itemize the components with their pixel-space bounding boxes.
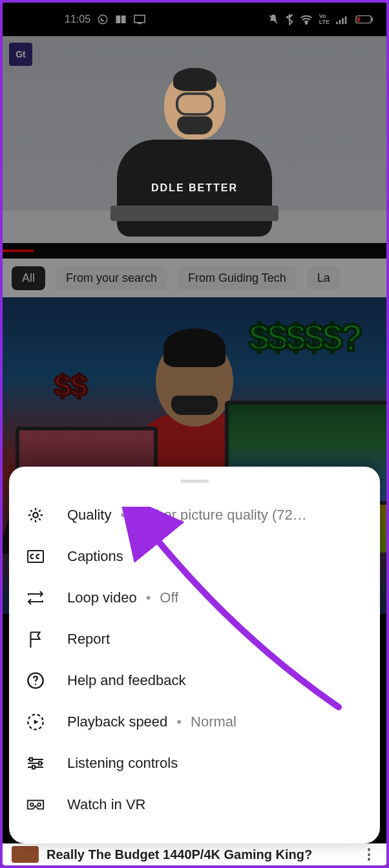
menu-item-report[interactable]: Report — [9, 619, 380, 660]
menu-item-quality[interactable]: Quality • Higher picture quality (72… — [9, 494, 380, 536]
svg-point-19 — [30, 803, 34, 807]
status-bar: 11:05 VoLTE — [3, 3, 386, 36]
menu-label: Loop video — [67, 589, 137, 606]
menu-value: Higher picture quality (72… — [134, 507, 307, 524]
cc-icon — [26, 547, 45, 566]
signal-icon — [336, 14, 349, 25]
svg-point-14 — [35, 684, 36, 685]
gear-icon — [26, 505, 45, 525]
battery-low-icon — [355, 15, 373, 24]
whatsapp-icon — [97, 14, 109, 25]
svg-rect-18 — [32, 766, 35, 769]
progress-bar[interactable] — [3, 243, 386, 259]
price-overlay-big: $$$$$? — [249, 315, 361, 359]
bluetooth-icon — [286, 14, 293, 25]
speed-icon — [26, 712, 45, 732]
loop-icon — [26, 588, 45, 608]
svg-rect-17 — [39, 762, 41, 765]
menu-value: Normal — [191, 714, 237, 730]
chip-more[interactable]: La — [307, 266, 341, 290]
menu-item-watch-in-vr[interactable]: Watch in VR — [9, 784, 380, 825]
menu-item-help[interactable]: Help and feedback — [9, 660, 380, 701]
sheet-drag-handle[interactable] — [180, 480, 209, 483]
book-icon — [115, 14, 127, 25]
svg-point-0 — [98, 15, 107, 24]
svg-rect-16 — [30, 758, 32, 761]
device-frame: 11:05 VoLTE — [3, 3, 386, 865]
volte-icon: VoLTE — [319, 14, 330, 25]
more-options-icon[interactable]: ⋮ — [362, 846, 377, 863]
svg-rect-1 — [134, 16, 145, 23]
menu-item-playback-speed[interactable]: Playback speed • Normal — [9, 701, 380, 743]
next-video-peek[interactable]: Really The Budget 1440P/4K Gaming King? … — [3, 843, 386, 865]
svg-rect-7 — [345, 16, 347, 24]
menu-label: Listening controls — [67, 755, 178, 772]
filter-chip-row: All From your search From Guiding Tech L… — [3, 259, 386, 297]
vr-icon — [26, 795, 45, 814]
svg-point-11 — [33, 513, 37, 517]
cast-icon — [133, 14, 146, 25]
svg-rect-5 — [339, 20, 341, 24]
menu-label: Watch in VR — [67, 796, 145, 813]
svg-point-3 — [305, 23, 307, 25]
menu-label: Quality — [67, 507, 111, 524]
wifi-icon — [300, 14, 313, 25]
sliders-icon — [26, 754, 45, 773]
menu-item-loop[interactable]: Loop video • Off — [9, 577, 380, 619]
mute-icon — [268, 14, 279, 25]
svg-rect-10 — [357, 17, 361, 21]
svg-point-20 — [37, 803, 41, 807]
svg-rect-2 — [138, 23, 142, 25]
menu-item-captions[interactable]: Captions — [9, 536, 380, 577]
menu-label: Help and feedback — [67, 672, 185, 689]
peek-title: Really The Budget 1440P/4K Gaming King? — [47, 847, 312, 862]
menu-label: Report — [67, 631, 110, 648]
menu-value: Off — [160, 589, 178, 606]
menu-label: Captions — [67, 548, 123, 565]
channel-watermark: Gt — [9, 43, 32, 66]
help-icon — [26, 671, 45, 690]
flag-icon — [26, 630, 45, 649]
svg-rect-4 — [336, 22, 338, 25]
svg-rect-9 — [372, 17, 373, 21]
chip-all[interactable]: All — [12, 266, 45, 290]
menu-label: Playback speed — [67, 714, 167, 730]
svg-rect-6 — [342, 18, 344, 24]
video-player[interactable]: Gt DDLE BETTER — [3, 36, 386, 243]
player-settings-sheet: Quality • Higher picture quality (72… Ca… — [9, 467, 380, 843]
price-overlay-small: $$ — [54, 368, 87, 403]
chip-from-channel[interactable]: From Guiding Tech — [178, 266, 297, 290]
status-time: 11:05 — [65, 14, 90, 25]
chip-from-your-search[interactable]: From your search — [56, 266, 167, 290]
peek-thumbnail — [12, 846, 39, 863]
menu-item-listening-controls[interactable]: Listening controls — [9, 743, 380, 784]
